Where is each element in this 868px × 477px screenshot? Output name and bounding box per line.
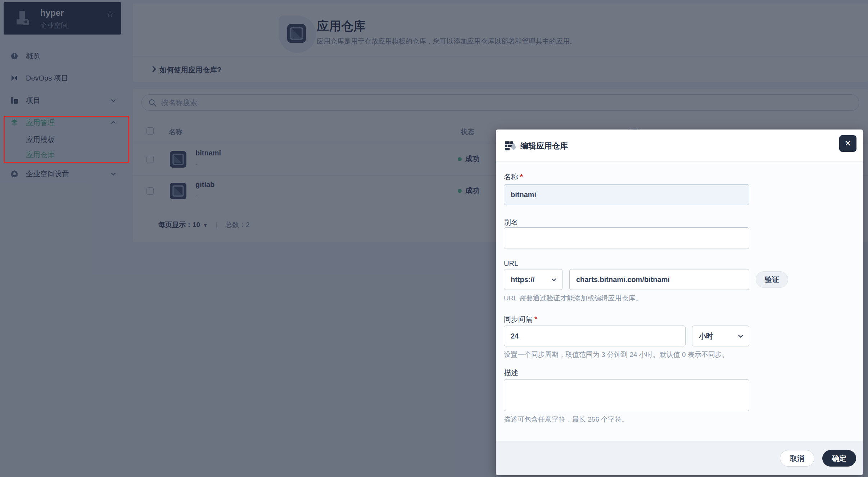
close-icon[interactable]: ✕: [839, 135, 856, 152]
alias-label: 别名: [504, 217, 518, 227]
sync-interval-field[interactable]: [504, 326, 686, 346]
chevron-down-icon: [551, 276, 557, 283]
url-field[interactable]: [569, 269, 749, 290]
name-field[interactable]: [504, 184, 749, 205]
name-label: 名称*: [504, 172, 523, 182]
sync-hint: 设置一个同步周期，取值范围为 3 分钟到 24 小时。默认值 0 表示不同步。: [504, 350, 729, 359]
url-label: URL: [504, 259, 518, 268]
annotation-highlight-rect: [4, 116, 129, 163]
description-hint: 描述可包含任意字符，最长 256 个字符。: [504, 415, 628, 424]
chevron-down-icon: [737, 333, 744, 339]
description-label: 描述: [504, 368, 518, 378]
modal-title: 编辑应用仓库: [520, 141, 568, 151]
url-hint: URL 需要通过验证才能添加或编辑应用仓库。: [504, 294, 642, 303]
url-scheme-select[interactable]: https://: [504, 269, 562, 290]
edit-app-repository-modal: 编辑应用仓库 ✕ 名称* 别名 URL https:// 验证 URL 需要通过…: [496, 130, 863, 475]
sync-unit-select[interactable]: 小时: [692, 326, 749, 346]
alias-field[interactable]: [504, 227, 749, 249]
cancel-button[interactable]: 取消: [780, 450, 814, 467]
ok-button[interactable]: 确定: [822, 450, 856, 467]
modal-footer: 取消 确定: [496, 441, 863, 475]
description-field[interactable]: [504, 379, 749, 411]
verify-button[interactable]: 验证: [756, 271, 788, 288]
modal-body: 名称* 别名 URL https:// 验证 URL 需要通过验证才能添加或编辑…: [496, 162, 863, 441]
sync-interval-label: 同步间隔*: [504, 314, 537, 324]
modal-header: 编辑应用仓库 ✕: [496, 130, 863, 162]
app-repository-icon: [505, 140, 516, 151]
